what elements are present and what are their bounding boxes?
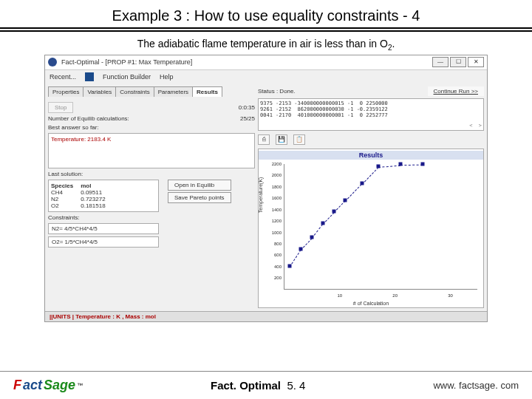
species-mol: 0.181518 <box>81 202 105 209</box>
species-header-mol: mol <box>81 183 105 189</box>
species-header-name: Species <box>51 183 73 189</box>
tab-parameters[interactable]: Parameters <box>154 86 193 97</box>
species-mol: 0.09511 <box>81 189 105 196</box>
tab-results[interactable]: Results <box>192 86 222 97</box>
footer-url: www. factsage. com <box>433 380 519 391</box>
slide-title: Example 3 : How to use equality constrai… <box>0 0 532 27</box>
maximize-button[interactable]: ☐ <box>450 57 466 67</box>
print-icon[interactable]: ⎙ <box>258 134 270 145</box>
divider <box>0 27 532 29</box>
statusbar: ||UNITS | Temperature : K , Mass : mol <box>45 311 487 321</box>
constraint-row: N2= 4/5*CH4*4/5 <box>48 223 159 234</box>
status-label: Status : <box>258 88 278 95</box>
menu-function-builder[interactable]: Function Builder <box>103 73 151 81</box>
close-button[interactable]: ✕ <box>468 57 484 67</box>
app-window: Fact-Optimal - [PROP #1: Max Temperature… <box>44 55 488 322</box>
open-equilib-button[interactable]: Open in Equilib <box>168 180 231 191</box>
constraints-label: Constraints: <box>48 214 255 221</box>
constraint-row: O2= 1/5*CH4*4/5 <box>48 236 159 248</box>
elapsed-time: 0:0:35 <box>239 104 255 111</box>
tab-constraints[interactable]: Constraints <box>115 86 154 97</box>
best-answer-value: Temperature: 2183.4 K <box>51 136 111 143</box>
titlebar: Fact-Optimal - [PROP #1: Max Temperature… <box>45 55 487 70</box>
footer-version: 5. 4 <box>287 379 305 392</box>
stop-button[interactable]: Stop <box>48 102 73 113</box>
species-mol: 0.723272 <box>81 196 105 202</box>
species-name: N2 <box>51 196 73 202</box>
chart-xlabel: # of Calculation <box>259 301 483 306</box>
window-title: Fact-Optimal - [PROP #1: Max Temperature… <box>61 58 432 66</box>
continue-run-button[interactable]: Continue Run >> <box>428 86 485 96</box>
app-icon <box>48 58 57 66</box>
tab-properties[interactable]: Properties <box>48 86 83 97</box>
menu-recent[interactable]: Recent... <box>50 73 76 81</box>
chart-point <box>421 163 425 166</box>
status-value: Done. <box>279 88 295 95</box>
footer-product: Fact. Optimal <box>211 379 281 392</box>
chart-title: Results <box>259 151 483 160</box>
footer: FactSage™ Fact. Optimal 5. 4 www. factsa… <box>0 371 532 399</box>
tab-bar: Properties Variables Constraints Paramet… <box>48 86 255 97</box>
copy-icon[interactable]: 📋 <box>293 134 305 145</box>
caption-text-b: . <box>392 38 395 50</box>
divider <box>0 30 532 32</box>
results-chart: Results Temperature(K) 20040060080010001… <box>258 149 484 308</box>
num-calc-value: 25/25 <box>240 115 255 122</box>
function-builder-icon <box>85 72 94 81</box>
last-solution-label: Last solution: <box>48 171 255 177</box>
chart-ylabel: Temperature(K) <box>258 177 263 213</box>
caption-text-a: The adiabatic flame temperature in air i… <box>137 38 388 50</box>
factsage-logo: FactSage™ <box>13 378 83 393</box>
species-table: Species CH4 N2 O2 mol 0.09511 0.723272 0… <box>48 180 159 212</box>
tab-variables[interactable]: Variables <box>83 86 116 97</box>
menu-help[interactable]: Help <box>160 73 174 81</box>
save-icon[interactable]: 💾 <box>276 134 287 145</box>
num-calc-label: Number of Equilib calculations: <box>48 115 129 122</box>
species-name: O2 <box>51 202 73 209</box>
caption: The adiabatic flame temperature in air i… <box>0 33 532 55</box>
save-pareto-button[interactable]: Save Pareto points <box>168 192 231 203</box>
best-answer-box: Temperature: 2183.4 K <box>48 133 255 168</box>
best-answer-label: Best answer so far: <box>48 124 255 131</box>
output-log[interactable]: 9375 -2153 -340000000000015 -1 0 2250000… <box>258 98 484 131</box>
species-name: CH4 <box>51 189 73 196</box>
minimize-button[interactable]: — <box>432 57 449 67</box>
menubar: Recent... Function Builder Help <box>45 70 487 83</box>
